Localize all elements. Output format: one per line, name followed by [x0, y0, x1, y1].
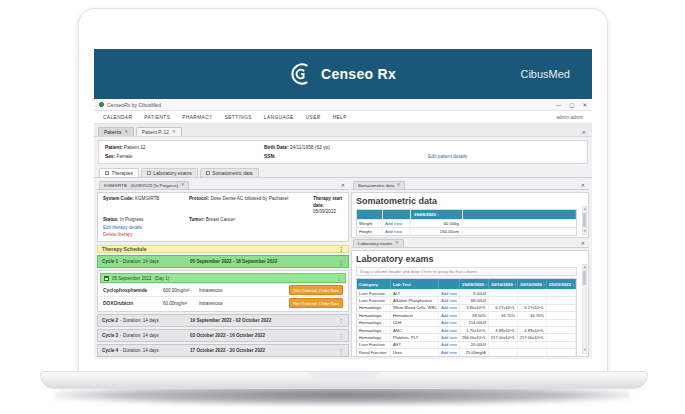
add-new-link[interactable]: Add new [439, 349, 460, 355]
kebab-menu-icon[interactable]: ⋮ [338, 333, 344, 339]
drug-name: Cyclophosphamide [103, 288, 163, 293]
cycle-duration: - Duration: 14 days [120, 318, 159, 323]
scroll-down-icon[interactable]: ▼ [583, 348, 586, 353]
tab-laboratory-exams[interactable]: Laboratory exams [141, 168, 198, 177]
close-icon[interactable]: ✕ [181, 183, 185, 187]
menu-item-language[interactable]: LANGUAGE [264, 115, 294, 120]
kebab-menu-icon[interactable]: ⋮ [338, 348, 344, 354]
menu-item-calendar[interactable]: CALENDAR [103, 115, 132, 120]
tab-somatometric-data[interactable]: Somatometric data [200, 168, 259, 177]
menu-item-pharmacy[interactable]: PHARMACY [182, 115, 212, 120]
edit-patient-link[interactable]: Edit patient details [428, 153, 581, 160]
lab-value [547, 349, 576, 355]
add-new-link[interactable]: Add new [439, 327, 460, 333]
scroll-thumb[interactable] [583, 213, 586, 227]
add-new-link[interactable]: Add new [439, 290, 460, 296]
kebab-menu-icon[interactable]: ⋮ [338, 259, 344, 265]
maximize-button[interactable]: ▢ [569, 102, 574, 108]
order-now-button[interactable]: Not Ordered. Order Now [289, 285, 343, 295]
lab-test-name: Platelets, PLT [391, 334, 439, 340]
date-column-header[interactable]: 30/10/2020↑ [489, 279, 518, 289]
date-column-header[interactable]: 05/09/2022↑ [547, 279, 576, 289]
tab-therapy-kgmgirtb[interactable]: KGMGIRTB - 05/09/2022 (In Progress) ✕ [99, 181, 189, 189]
patient-value: Patient 12 [124, 145, 146, 150]
add-new-link[interactable]: Add new [439, 305, 460, 311]
tab-somatometric[interactable]: Somatometric data ✕ [353, 181, 405, 189]
user-label[interactable]: admin-admin [556, 115, 583, 120]
cycle-3-row[interactable]: Cycle 3- Duration: 14 days03 October 202… [97, 329, 349, 342]
scroll-up-icon[interactable]: ▲ [583, 207, 586, 212]
edit-therapy-link[interactable]: Edit therapy details [103, 224, 343, 231]
menu-item-user[interactable]: USER [306, 115, 321, 120]
add-new-link[interactable]: Add new [439, 297, 460, 303]
menu-item-patients[interactable]: PATIENTS [144, 115, 170, 120]
cycle-name: Cycle 4 [102, 348, 118, 353]
somatometric-row: WeightAdd new60.00kg [357, 219, 576, 227]
tab-therapies[interactable]: Therapies [99, 168, 139, 177]
kebab-menu-icon[interactable]: ⋮ [336, 275, 342, 281]
tab-patient-p12-label: Patient P. 12 [142, 130, 169, 135]
cycle-4-row[interactable]: Cycle 4- Duration: 14 days17 October 202… [97, 344, 349, 357]
close-icon[interactable]: ✕ [581, 240, 587, 247]
tab-patients[interactable]: Patients ✕ [98, 127, 134, 136]
lab-value: 38.50% [460, 312, 489, 318]
tab-therapies-label: Therapies [112, 171, 133, 176]
minimize-button[interactable]: — [556, 102, 562, 108]
date-headers: 29/09/2020↑30/10/2020↑30/10/2020↑05/09/2… [460, 279, 576, 289]
add-new-link[interactable]: Add new [439, 334, 460, 340]
menu-item-help[interactable]: HELP [333, 115, 347, 120]
lab-test-column-header[interactable]: Lab Test [391, 279, 439, 289]
scrollbar[interactable]: ▲ ▼ [582, 264, 587, 354]
lab-row: Liver FunctionAlkaline PhosphataseAdd ne… [357, 296, 576, 303]
close-icon[interactable]: ✕ [395, 241, 399, 245]
scroll-down-icon[interactable]: ▼ [583, 229, 586, 234]
scrollbar[interactable]: ▲ ▼ [582, 206, 587, 235]
laptop-notch [308, 372, 380, 378]
cycle-left: Cycle 2- Duration: 14 days [102, 318, 190, 323]
tab-patient-p12[interactable]: Patient P. 12 ✕ [136, 127, 182, 136]
cycle-left: Cycle 4- Duration: 14 days [102, 348, 190, 353]
tab-lab-exams[interactable]: Laboratory exams ✕ [353, 239, 404, 247]
date-header-label: 05/09/2022 [549, 282, 571, 287]
add-new-link[interactable]: Add new [439, 312, 460, 318]
date-column-header[interactable]: 29/09/2020 ↑ [411, 210, 463, 219]
close-icon[interactable]: ✕ [172, 130, 176, 134]
system-code: System Code: KGMGIRTB [103, 196, 185, 216]
kebab-menu-icon[interactable]: ⋮ [338, 246, 344, 252]
add-new-link[interactable]: Add new [439, 320, 460, 326]
close-icon[interactable]: ✕ [397, 183, 401, 187]
close-icon[interactable]: ✕ [581, 182, 587, 189]
birth-date: Birth Date: 24/11/1958 (63 yo) [264, 144, 424, 151]
date-column-header[interactable]: 29/09/2020↑ [460, 279, 489, 289]
add-new-link[interactable]: Add new [383, 221, 411, 226]
close-icon[interactable]: ✕ [582, 129, 588, 136]
menu-item-settings[interactable]: SETTINGS [225, 115, 252, 120]
sex-label: Sex: [105, 154, 115, 159]
close-icon[interactable]: ✕ [124, 130, 128, 134]
close-icon[interactable]: ✕ [341, 182, 347, 189]
order-now-button[interactable]: Not Ordered. Order Now [289, 298, 343, 308]
patient-name: Patient: Patient 12 [105, 144, 260, 151]
cycle-2-row[interactable]: Cycle 2- Duration: 14 days19 September 2… [97, 314, 349, 327]
lab-row: HematologicANCAdd new1.70x10⁹/L4.89x10⁹/… [357, 326, 576, 333]
lab-test-name: Urea [391, 349, 439, 355]
delete-therapy-link[interactable]: Delete therapy [103, 231, 343, 238]
lab-value [547, 327, 576, 333]
add-new-link[interactable]: Add new [439, 342, 460, 348]
start-value: 05/09/2022 [313, 209, 336, 214]
day-1-row[interactable]: 05 September 2022 (Day 1) ⋮ [100, 273, 346, 283]
lab-category: Liver Function [357, 290, 391, 296]
date-column-header[interactable]: 30/10/2020↑ [518, 279, 547, 289]
drug-route: Intravenous [199, 288, 289, 293]
lab-card: Laboratory exams Drag a column header an… [351, 250, 589, 357]
kebab-menu-icon[interactable]: ⋮ [338, 318, 344, 324]
category-column-header[interactable]: Category [357, 279, 391, 289]
scroll-up-icon[interactable]: ▲ [583, 265, 586, 270]
close-button[interactable]: ✕ [582, 102, 587, 108]
cycle-1-row[interactable]: Cycle 1 - Duration: 14 days 05 September… [97, 255, 349, 268]
menu-bar: CALENDARPATIENTSPHARMACYSETTINGSLANGUAGE… [94, 111, 592, 124]
measure-label: Height [357, 229, 383, 234]
lab-value [489, 297, 518, 303]
scroll-thumb[interactable] [583, 271, 586, 285]
add-new-link[interactable]: Add new [383, 229, 411, 234]
